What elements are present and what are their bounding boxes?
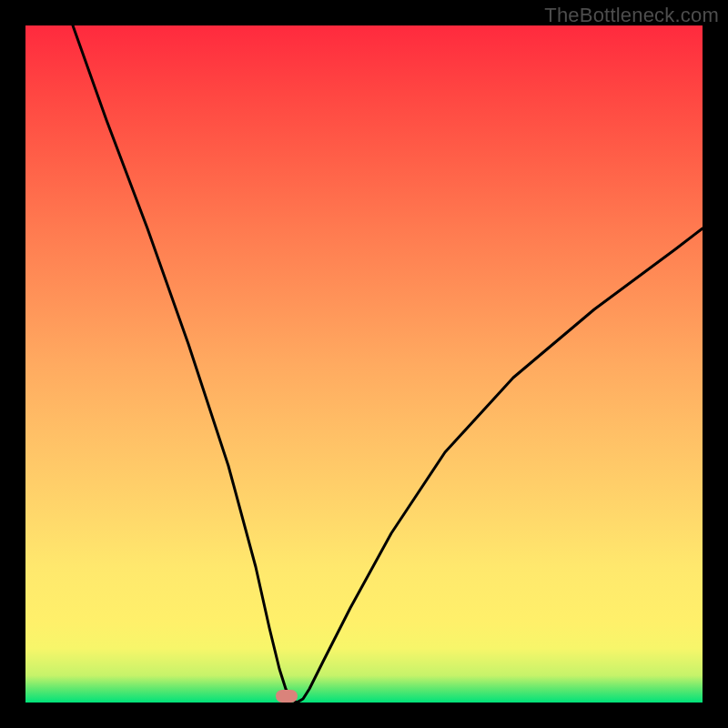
watermark-text: TheBottleneck.com [544,4,719,27]
chart-frame: TheBottleneck.com [0,0,728,728]
optimal-marker [276,690,298,703]
bottleneck-curve [25,25,703,703]
